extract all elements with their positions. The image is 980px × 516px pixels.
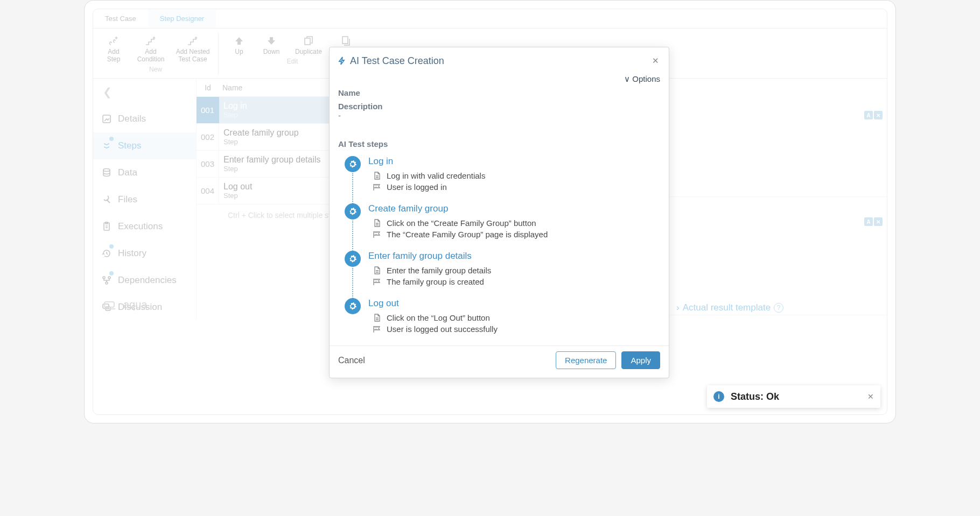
- toolbar-label: Duplicate: [295, 48, 322, 55]
- sidebar-item-label: Executions: [118, 221, 163, 232]
- badge-pair: A ✕: [864, 111, 883, 119]
- modal-ai-steps-label: AI Test steps: [338, 139, 660, 149]
- document-icon: [373, 172, 381, 180]
- tab-test-case[interactable]: Test Case: [93, 9, 148, 28]
- row-id: 002: [197, 124, 219, 150]
- sidebar-item-executions[interactable]: Executions: [93, 213, 196, 240]
- sidebar-item-dependencies[interactable]: Dependencies: [93, 267, 196, 294]
- arrow-up-icon: [232, 34, 247, 48]
- ai-step-action: Click on the “Create Family Group” butto…: [387, 218, 536, 228]
- copy-icon: [338, 34, 353, 48]
- ai-step-result: The family group is created: [387, 277, 484, 286]
- move-up-button[interactable]: Up: [223, 31, 255, 56]
- ai-step-title: Enter family group details: [368, 251, 660, 261]
- ai-step-result: User is logged in: [387, 182, 447, 192]
- sidebar-back-button[interactable]: ❮: [96, 83, 118, 101]
- app-inner: Test Case Step Designer Add Step: [93, 9, 887, 415]
- add-nested-test-case-button[interactable]: Add Nested Test Case: [172, 31, 214, 65]
- sidebar-item-steps[interactable]: Steps: [93, 132, 196, 159]
- svg-rect-11: [104, 302, 114, 307]
- svg-point-3: [103, 169, 110, 172]
- row-id: 004: [197, 178, 219, 204]
- gear-icon: [345, 156, 361, 172]
- actual-result-template-link[interactable]: › Actual result template ?: [676, 302, 783, 313]
- duplicate-button[interactable]: Duplicate: [288, 31, 330, 56]
- svg-point-7: [108, 277, 110, 279]
- ai-step-action: Enter the family group details: [387, 266, 491, 275]
- modal-title: AI Test Case Creation: [350, 55, 444, 67]
- chevron-right-icon: ›: [676, 302, 680, 313]
- top-tabs: Test Case Step Designer: [93, 9, 887, 29]
- move-down-button[interactable]: Down: [255, 31, 288, 56]
- modal-header: AI Test Case Creation ✕: [330, 47, 669, 72]
- lightning-icon: [337, 56, 347, 66]
- details-icon: [101, 113, 113, 125]
- badge-pair: A ✕: [864, 217, 883, 226]
- data-icon: [101, 167, 113, 179]
- duplicate-icon: [301, 34, 316, 48]
- add-step-button[interactable]: Add Step: [97, 31, 130, 65]
- sidebar-item-history[interactable]: History: [93, 240, 196, 267]
- ai-step-title: Log in: [368, 156, 660, 167]
- executions-icon: [101, 221, 113, 232]
- ai-step-title: Create family group: [368, 203, 660, 214]
- cancel-button[interactable]: Cancel: [338, 356, 365, 365]
- stairs-plus-icon: [143, 34, 158, 48]
- notification-dot: [109, 244, 114, 249]
- modal-close-button[interactable]: ✕: [650, 54, 661, 68]
- document-icon: [373, 314, 381, 322]
- sidebar-item-details[interactable]: Details: [93, 105, 196, 132]
- apply-button[interactable]: Apply: [621, 351, 660, 369]
- flag-icon: [373, 230, 381, 239]
- ai-step-title: Log out: [368, 298, 660, 309]
- sidebar: ❮ DetailsStepsDataFilesExecutionsHistory…: [93, 79, 197, 321]
- group-label-new: New: [149, 65, 162, 76]
- flag-icon: [373, 183, 381, 192]
- sidebar-item-label: Data: [118, 167, 137, 178]
- modal-description-label: Description: [338, 102, 660, 111]
- dependencies-icon: [101, 274, 113, 286]
- ai-step-action: Click on the “Log Out” button: [387, 313, 490, 322]
- ai-step: Log inLog in with valid credentialsUser …: [345, 156, 660, 203]
- col-header-id: Id: [197, 83, 219, 92]
- document-icon: [373, 219, 381, 228]
- steps-icon: [101, 140, 113, 152]
- modal-options-toggle[interactable]: ∨ Options: [330, 72, 669, 86]
- sidebar-item-label: History: [118, 248, 146, 259]
- document-icon: [373, 266, 381, 275]
- ai-step-result: The “Create Family Group” page is displa…: [387, 230, 548, 239]
- toolbar-label: Up: [235, 48, 243, 55]
- chevron-down-icon: ∨: [624, 74, 630, 84]
- ai-test-case-creation-modal: AI Test Case Creation ✕ ∨ Options Name D…: [329, 47, 669, 378]
- ai-step: Log outClick on the “Log Out” buttonUser…: [345, 298, 660, 338]
- group-label-edit: Edit: [287, 56, 298, 68]
- tab-step-designer[interactable]: Step Designer: [148, 9, 216, 28]
- status-text: Status: Ok: [731, 391, 779, 402]
- stairs-plus-icon: [185, 34, 200, 48]
- sidebar-item-data[interactable]: Data: [93, 159, 196, 186]
- brand-aqua: aqua: [103, 299, 148, 311]
- gear-icon: [345, 203, 361, 220]
- notification-dot: [109, 137, 114, 141]
- regenerate-button[interactable]: Regenerate: [556, 351, 616, 369]
- toolbar-separator: [218, 33, 219, 75]
- footsteps-icon: [106, 34, 121, 48]
- status-toast: i Status: Ok ✕: [707, 385, 880, 408]
- toolbar-label: Add Nested Test Case: [176, 48, 210, 63]
- info-icon: i: [713, 391, 724, 402]
- sidebar-item-files[interactable]: Files: [93, 186, 196, 213]
- chevron-left-icon: ❮: [103, 86, 112, 98]
- brand-label: aqua: [123, 299, 148, 311]
- close-icon: ✕: [652, 56, 659, 65]
- close-icon: ✕: [867, 392, 874, 401]
- toolbar-label: Add Condition: [137, 48, 165, 63]
- sidebar-item-label: Details: [118, 114, 146, 124]
- svg-rect-1: [342, 37, 348, 44]
- badge-a: A: [864, 217, 873, 226]
- flag-icon: [373, 278, 381, 286]
- ai-step-result: User is logged out successfully: [387, 324, 498, 334]
- sidebar-item-label: Files: [118, 194, 137, 205]
- status-close-button[interactable]: ✕: [867, 392, 874, 401]
- arrow-down-icon: [264, 34, 279, 48]
- add-condition-button[interactable]: Add Condition: [130, 31, 172, 65]
